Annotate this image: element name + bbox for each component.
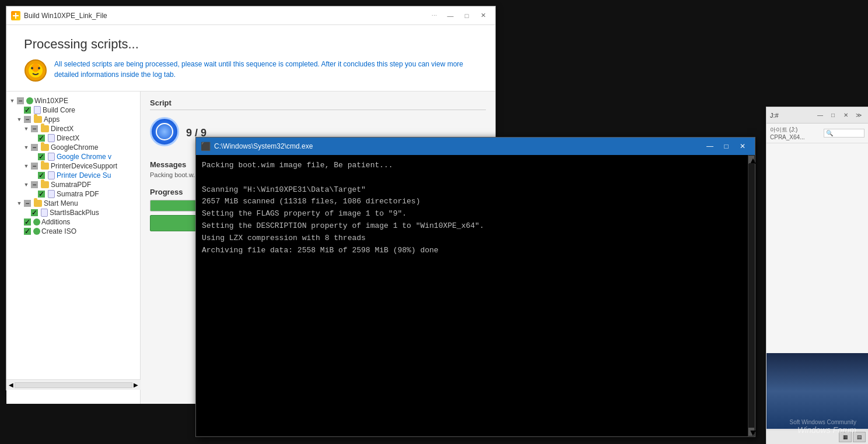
- node-icon: [33, 228, 40, 235]
- cmd-scroll-down[interactable]: ▼: [748, 428, 754, 436]
- cmd-scrollbar[interactable]: ▲ ▼: [748, 155, 755, 436]
- cmd-line-2: Scanning "H:\Win10XPE31\Data\Target": [202, 184, 749, 196]
- rp-maximize-btn[interactable]: □: [827, 111, 839, 120]
- progress-button[interactable]: [150, 215, 197, 231]
- thumbnail-content: [766, 353, 868, 429]
- cmd-window: ⬛ C:\Windows\System32\cmd.exe — □ ✕ Pack…: [195, 137, 755, 437]
- tree-item[interactable]: ▼ − DirectX: [6, 124, 140, 133]
- tree-toggle: ▼: [23, 125, 30, 132]
- tree-item[interactable]: ✓ Create ISO: [6, 227, 140, 236]
- node-icon: [33, 219, 40, 225]
- tree-item[interactable]: ✓ Sumatra PDF: [6, 189, 140, 199]
- scroll-left-arrow[interactable]: ◀: [9, 382, 13, 388]
- svg-point-4: [31, 67, 33, 69]
- main-window-titlebar: Build Win10XPE_Link_File ... — □ ✕: [6, 6, 495, 25]
- tree-checkbox[interactable]: −: [24, 116, 31, 123]
- tree-label: StartIsBackPlus: [50, 209, 99, 217]
- tree-checkbox[interactable]: ✓: [24, 228, 31, 235]
- tree-checkbox[interactable]: ✓: [31, 209, 38, 216]
- tree-item[interactable]: ✓ DirectX: [6, 133, 140, 143]
- svg-point-5: [38, 67, 40, 69]
- tree-item[interactable]: ✓ Additions: [6, 217, 140, 227]
- cmd-scroll-up[interactable]: ▲: [748, 156, 754, 164]
- folder-icon: [41, 144, 49, 151]
- scroll-right-arrow[interactable]: ▶: [134, 382, 138, 388]
- tree-toggle: ▼: [23, 181, 30, 188]
- counter-inner: [156, 123, 173, 140]
- cmd-line-3: 2657 MiB scanned (11318 files, 1086 dire…: [202, 196, 749, 208]
- tree-item[interactable]: ✓ Google Chrome v: [6, 152, 140, 161]
- rp-close-btn[interactable]: ✕: [840, 111, 852, 120]
- right-panel-header: J:# — □ ✕ ≫: [766, 107, 868, 124]
- tree-label: PrinterDeviceSupport: [51, 162, 117, 170]
- tree-checkbox[interactable]: −: [31, 125, 38, 132]
- file-icon: [48, 171, 55, 179]
- cmd-controls: — □ ✕: [702, 140, 750, 152]
- folder-icon: [34, 116, 42, 123]
- processing-description: All selected scripts are being processed…: [54, 59, 478, 80]
- close-button[interactable]: ✕: [475, 10, 491, 22]
- tree-checkbox[interactable]: −: [31, 144, 38, 151]
- minimize-button[interactable]: —: [443, 10, 458, 22]
- windows-forum-text: Windows Forum: [790, 425, 856, 435]
- cmd-icon: ⬛: [201, 142, 211, 151]
- titlebar-left: Build Win10XPE_Link_File: [11, 11, 107, 20]
- rp-minimize-btn[interactable]: —: [814, 111, 826, 120]
- right-panel-toolbar: 아이트 (J:) CPRA_X64...: [766, 124, 868, 143]
- tree-item[interactable]: ▼ − PrinterDeviceSupport: [6, 161, 140, 171]
- tree-item[interactable]: ✓ StartIsBackPlus: [6, 208, 140, 217]
- counter-icon: [150, 117, 179, 146]
- tree-item[interactable]: ✓ Printer Device Su: [6, 171, 140, 180]
- right-panel-title: J:#: [770, 112, 779, 119]
- right-panel-ko-label: 아이트 (J:) CPRA_X64...: [770, 126, 821, 140]
- cmd-minimize-button[interactable]: —: [702, 140, 718, 152]
- tree-label: Apps: [44, 115, 60, 124]
- tree-checkbox[interactable]: ✓: [38, 191, 45, 198]
- tree-checkbox[interactable]: ✓: [38, 153, 45, 160]
- cmd-line-blank: [202, 172, 749, 184]
- tree-checkbox[interactable]: −: [17, 97, 24, 104]
- tree-checkbox[interactable]: −: [24, 200, 31, 207]
- tree-checkbox[interactable]: −: [31, 181, 38, 188]
- node-icon: [26, 97, 33, 104]
- processing-header: Processing scripts... All selected scrip…: [6, 25, 495, 91]
- tree-label: DirectX: [57, 134, 79, 142]
- right-panel-search-input[interactable]: [824, 129, 864, 138]
- tree-label: Start Menu: [44, 199, 78, 207]
- cmd-body[interactable]: Packing boot.wim image file, Be patient.…: [196, 155, 755, 419]
- tree-checkbox[interactable]: −: [31, 163, 38, 170]
- file-icon: [48, 153, 55, 161]
- processing-title: Processing scripts...: [24, 37, 478, 52]
- tree-checkbox[interactable]: ✓: [24, 219, 31, 225]
- tree-toggle: [30, 172, 37, 179]
- cmd-close-button[interactable]: ✕: [735, 140, 750, 152]
- rp-expand-btn[interactable]: ≫: [853, 111, 864, 120]
- tree-label: Create ISO: [41, 227, 76, 235]
- tree-checkbox[interactable]: ✓: [38, 172, 45, 179]
- tree-item[interactable]: ▼ − Win10XPE: [6, 96, 140, 105]
- tree-toggle: ▼: [9, 97, 16, 104]
- tree-label: SumatraPDF: [51, 181, 91, 189]
- tree-item[interactable]: ▼ − SumatraPDF: [6, 180, 140, 189]
- tree-label: GoogleChrome: [51, 143, 98, 151]
- tree-item[interactable]: ✓ Build Core: [6, 105, 140, 115]
- svg-rect-1: [15, 13, 16, 19]
- tree-item[interactable]: ▼ − Apps: [6, 115, 140, 124]
- processing-icon: [24, 59, 47, 82]
- titlebar-controls: ... — □ ✕: [432, 10, 491, 22]
- tree-sidebar[interactable]: ▼ − Win10XPE ✓ Build Core ▼ − Apps ▼ −: [6, 91, 141, 404]
- tree-toggle: [23, 209, 30, 216]
- cmd-line-1: Packing boot.wim image file, Be patient.…: [202, 160, 749, 172]
- tree-item[interactable]: ▼ − GoogleChrome: [6, 143, 140, 152]
- cmd-maximize-button[interactable]: □: [719, 140, 734, 152]
- tree-toggle: ▼: [23, 144, 30, 151]
- tree-checkbox[interactable]: ✓: [24, 107, 31, 114]
- tree-item[interactable]: ▼ − Start Menu: [6, 199, 140, 208]
- tree-label: Additions: [41, 218, 70, 226]
- cmd-line-7: Archiving file data: 2558 MiB of 2598 Mi…: [202, 245, 749, 257]
- maximize-button[interactable]: □: [459, 10, 474, 22]
- tree-checkbox[interactable]: ✓: [38, 135, 45, 142]
- soft-windows-community-text: Soft Windows Community: [790, 419, 856, 425]
- tree-scrollbar: ◀ ▶: [6, 379, 141, 390]
- tree-label: Sumatra PDF: [57, 190, 99, 198]
